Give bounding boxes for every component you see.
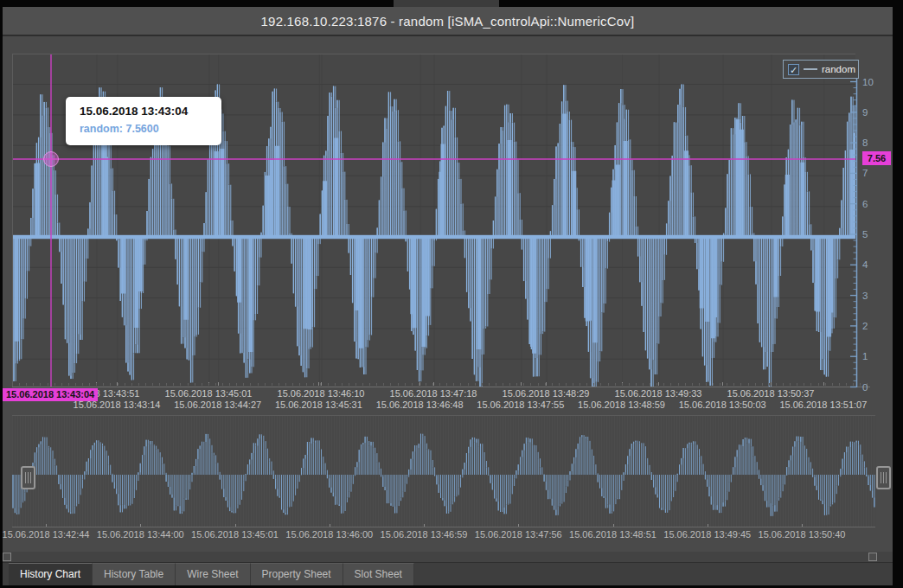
x-axis-minor-tick bbox=[608, 383, 609, 386]
x-axis-minor-tick bbox=[159, 383, 160, 386]
overview-x-axis bbox=[12, 527, 875, 527]
overview-chart[interactable] bbox=[12, 415, 875, 527]
overview-scrollbar[interactable] bbox=[3, 552, 893, 562]
y-axis-tick-label: 9 bbox=[862, 107, 868, 118]
x-axis-minor-tick bbox=[258, 383, 259, 386]
x-axis-minor-tick bbox=[145, 383, 146, 386]
y-axis-tick-label: 2 bbox=[862, 321, 868, 331]
x-axis-minor-tick bbox=[503, 383, 503, 386]
x-axis-minor-tick bbox=[573, 383, 573, 386]
scrubber-handle-left[interactable] bbox=[21, 466, 35, 489]
x-axis-minor-tick bbox=[559, 383, 560, 386]
tab-bar: History ChartHistory TableWire SheetProp… bbox=[3, 562, 893, 585]
overview-axis-tick bbox=[424, 524, 425, 527]
x-axis-tick bbox=[218, 382, 219, 386]
x-tick-label-upper: 15.06.2018 13:46:10 bbox=[265, 388, 377, 399]
x-axis-minor-tick bbox=[453, 383, 454, 386]
x-axis-minor-tick bbox=[54, 383, 55, 386]
x-axis-minor-tick bbox=[110, 383, 111, 386]
window-title: 192.168.10.223:1876 - random [iSMA_contr… bbox=[261, 14, 635, 29]
x-axis-tick bbox=[419, 382, 420, 386]
tab-wire-sheet[interactable]: Wire Sheet bbox=[176, 563, 250, 585]
x-axis-minor-tick bbox=[180, 383, 181, 386]
x-axis-minor-tick bbox=[138, 383, 139, 386]
x-axis-minor-tick bbox=[797, 383, 797, 386]
x-axis-minor-tick bbox=[825, 383, 826, 386]
tooltip-timestamp: 15.06.2018 13:43:04 bbox=[80, 105, 221, 118]
x-axis-minor-tick bbox=[699, 383, 700, 386]
tab-history-chart[interactable]: History Chart bbox=[9, 563, 93, 585]
x-tick-label-lower: 15.06.2018 13:47:55 bbox=[464, 399, 577, 410]
x-axis-minor-tick bbox=[26, 383, 27, 386]
x-tick-label-upper: 15.06.2018 13:50:37 bbox=[714, 388, 827, 399]
x-axis-minor-tick bbox=[412, 383, 413, 386]
legend-checkbox[interactable]: ✓ bbox=[788, 64, 799, 75]
tab-history-table[interactable]: History Table bbox=[93, 563, 176, 585]
x-axis-minor-tick bbox=[12, 383, 13, 386]
x-axis-minor-tick bbox=[636, 383, 637, 386]
x-axis-minor-tick bbox=[355, 383, 356, 386]
x-axis-minor-tick bbox=[131, 383, 132, 386]
x-tick-label-lower: 15.06.2018 13:48:59 bbox=[566, 399, 678, 410]
x-axis-minor-tick bbox=[482, 383, 483, 386]
x-axis-minor-tick bbox=[678, 383, 679, 386]
x-axis-minor-tick bbox=[783, 383, 784, 386]
x-axis-tick bbox=[722, 382, 723, 386]
crosshair-x-label: 15.06.2018 13:43:04 bbox=[3, 388, 98, 401]
x-axis-minor-tick bbox=[19, 383, 20, 386]
y-axis-tick-label: 3 bbox=[862, 291, 868, 301]
x-axis-minor-tick bbox=[748, 383, 749, 386]
x-axis-minor-tick bbox=[40, 383, 41, 386]
tooltip-value: random: 7.5600 bbox=[80, 123, 221, 135]
x-axis-minor-tick bbox=[320, 383, 321, 386]
y-axis-tick-label: 1 bbox=[862, 351, 868, 361]
x-axis-minor-tick bbox=[48, 383, 48, 386]
x-axis-minor-tick bbox=[285, 383, 286, 386]
legend-series-label: random bbox=[822, 64, 855, 74]
x-tick-label-lower: 15.06.2018 13:50:03 bbox=[666, 399, 778, 410]
x-axis-minor-tick bbox=[706, 383, 707, 386]
legend: ✓ random bbox=[783, 60, 859, 79]
x-axis-minor-tick bbox=[523, 383, 524, 386]
x-axis-minor-tick bbox=[755, 383, 756, 386]
x-axis-minor-tick bbox=[769, 383, 770, 386]
overview-canvas[interactable] bbox=[12, 416, 875, 527]
overview-axis-tick bbox=[518, 524, 519, 527]
x-axis-minor-tick bbox=[468, 383, 469, 386]
tab-slot-sheet[interactable]: Slot Sheet bbox=[343, 563, 414, 585]
x-axis-minor-tick bbox=[530, 383, 531, 386]
scrollbar-left-button[interactable] bbox=[3, 553, 11, 561]
x-axis-minor-tick bbox=[103, 383, 104, 386]
x-axis-minor-tick bbox=[82, 383, 83, 386]
y-axis-tick-label: 4 bbox=[862, 259, 868, 270]
x-axis-minor-tick bbox=[740, 383, 741, 386]
x-axis-minor-tick bbox=[208, 383, 209, 386]
x-axis-minor-tick bbox=[552, 383, 553, 386]
x-axis-minor-tick bbox=[292, 383, 293, 386]
scrubber-handle-right[interactable] bbox=[876, 466, 891, 489]
x-tick-label-upper: 15.06.2018 13:47:18 bbox=[377, 388, 490, 399]
x-axis-minor-tick bbox=[846, 383, 847, 386]
x-axis-tick bbox=[546, 382, 547, 386]
tab-property-sheet[interactable]: Property Sheet bbox=[251, 563, 343, 585]
x-axis-minor-tick bbox=[713, 383, 714, 386]
x-axis-minor-tick bbox=[810, 383, 811, 386]
x-axis-minor-tick bbox=[460, 383, 461, 386]
x-axis-tick bbox=[658, 382, 659, 386]
overview-axis-tick bbox=[708, 524, 708, 527]
scrollbar-right-button[interactable] bbox=[868, 553, 877, 561]
x-axis-minor-tick bbox=[790, 383, 791, 386]
x-axis-minor-tick bbox=[398, 383, 399, 386]
x-axis-minor-tick bbox=[818, 383, 819, 386]
x-axis-minor-tick bbox=[376, 383, 377, 386]
x-axis-minor-tick bbox=[342, 383, 343, 386]
x-axis-minor-tick bbox=[313, 383, 314, 386]
x-axis-minor-tick bbox=[586, 383, 587, 386]
titlebar: 192.168.10.223:1876 - random [iSMA_contr… bbox=[3, 7, 893, 36]
window-tab-notch bbox=[394, 0, 499, 7]
overview-axis-tick bbox=[802, 524, 803, 527]
overview-axis-tick bbox=[613, 524, 614, 527]
x-axis-minor-tick bbox=[405, 383, 406, 386]
x-axis-minor-tick bbox=[692, 383, 693, 386]
x-axis-minor-tick bbox=[832, 383, 833, 386]
